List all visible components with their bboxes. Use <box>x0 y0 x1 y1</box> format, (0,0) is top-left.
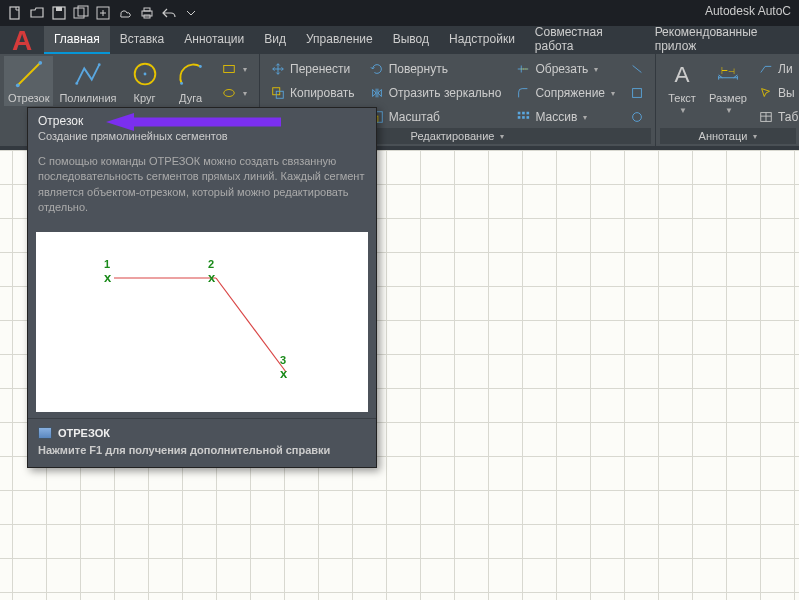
svg-rect-7 <box>144 8 150 11</box>
tooltip-diagram: 1x 2x 3x <box>36 232 368 412</box>
modify-extra2-button[interactable] <box>623 82 651 104</box>
svg-rect-26 <box>518 112 521 115</box>
circle-icon <box>129 58 161 90</box>
array-button[interactable]: Массив▾ <box>509 106 621 128</box>
app-icon[interactable] <box>94 4 112 22</box>
text-icon: A <box>666 58 698 90</box>
anno-extra3-label: Таб <box>778 110 798 124</box>
ext1-icon <box>629 61 645 77</box>
trim-icon <box>515 61 531 77</box>
chevron-down-icon: ▾ <box>753 132 757 141</box>
x-mark-icon: x <box>208 270 215 285</box>
svg-point-17 <box>199 65 202 68</box>
tooltip-hover: Отрезок Создание прямолинейных сегментов… <box>27 107 377 468</box>
svg-text:A: A <box>675 62 690 87</box>
fillet-label: Сопряжение <box>535 86 605 100</box>
tab-manage[interactable]: Управление <box>296 26 383 54</box>
select-icon <box>758 85 774 101</box>
svg-rect-28 <box>527 112 530 115</box>
mirror-button[interactable]: Отразить зеркально <box>363 82 508 104</box>
arc-label: Дуга <box>179 92 202 104</box>
polyline-label: Полилиния <box>59 92 116 104</box>
tab-insert[interactable]: Вставка <box>110 26 175 54</box>
copy-button[interactable]: Копировать <box>264 82 361 104</box>
tab-collab[interactable]: Совместная работа <box>525 26 645 54</box>
leader-icon <box>758 61 774 77</box>
rotate-icon <box>369 61 385 77</box>
arc-icon <box>175 58 207 90</box>
x-mark-icon: x <box>104 270 111 285</box>
draw-extra1-button[interactable]: ▾ <box>215 58 253 80</box>
anno-extra1-button[interactable]: Ли <box>752 58 799 80</box>
fillet-button[interactable]: Сопряжение▾ <box>509 82 621 104</box>
chevron-down-icon: ▾ <box>611 89 615 98</box>
mirror-label: Отразить зеркально <box>389 86 502 100</box>
trim-button[interactable]: Обрезать▾ <box>509 58 621 80</box>
app-logo-icon[interactable]: A <box>4 26 40 56</box>
tooltip-body: С помощью команды ОТРЕЗОК можно создать … <box>28 150 376 226</box>
modify-extra3-button[interactable] <box>623 106 651 128</box>
line-label: Отрезок <box>8 92 49 104</box>
open-icon[interactable] <box>28 4 46 22</box>
command-icon <box>38 427 52 439</box>
move-button[interactable]: Перенести <box>264 58 361 80</box>
tab-output[interactable]: Вывод <box>383 26 439 54</box>
ext3-icon <box>629 109 645 125</box>
scale-label: Масштаб <box>389 110 440 124</box>
modify-extra1-button[interactable] <box>623 58 651 80</box>
annotation-panel-label[interactable]: Аннотаци▾ <box>660 128 796 144</box>
new-icon[interactable] <box>6 4 24 22</box>
save-icon[interactable] <box>50 4 68 22</box>
ellipse-icon <box>221 85 237 101</box>
chevron-down-icon: ▼ <box>679 106 687 115</box>
x-mark-icon: x <box>280 366 287 381</box>
line-button[interactable]: Отрезок <box>4 56 53 106</box>
table-icon <box>758 109 774 125</box>
ext2-icon <box>629 85 645 101</box>
copy-icon <box>270 85 286 101</box>
dimension-button[interactable]: ⊢⊣ Размер▼ <box>706 56 750 117</box>
svg-point-11 <box>38 61 42 65</box>
rotate-button[interactable]: Повернуть <box>363 58 508 80</box>
anno-extra3-button[interactable]: Таб <box>752 106 799 128</box>
anno-extra2-button[interactable]: Вы <box>752 82 799 104</box>
scale-button[interactable]: Масштаб <box>363 106 508 128</box>
saveas-icon[interactable] <box>72 4 90 22</box>
chevron-down-icon: ▼ <box>725 106 733 115</box>
tooltip-help: Нажмите F1 для получения дополнительной … <box>38 443 366 457</box>
move-label: Перенести <box>290 62 350 76</box>
mirror-icon <box>369 85 385 101</box>
text-button[interactable]: A Текст▼ <box>660 56 704 117</box>
tab-featured[interactable]: Рекомендованные прилож <box>645 26 799 54</box>
tab-annotate[interactable]: Аннотации <box>174 26 254 54</box>
svg-point-15 <box>143 73 146 76</box>
move-icon <box>270 61 286 77</box>
annotation-arrow-icon <box>106 113 281 135</box>
line-icon <box>13 58 45 90</box>
copy-label: Копировать <box>290 86 355 100</box>
chevron-down-icon: ▾ <box>583 113 587 122</box>
svg-text:⊢⊣: ⊢⊣ <box>721 66 735 76</box>
array-label: Массив <box>535 110 577 124</box>
qat-dropdown-icon[interactable] <box>182 4 200 22</box>
svg-rect-27 <box>523 112 526 115</box>
svg-rect-29 <box>518 116 521 119</box>
chevron-down-icon: ▾ <box>243 65 247 74</box>
pt3-label: 3 <box>280 354 287 366</box>
svg-point-12 <box>75 82 78 85</box>
undo-icon[interactable] <box>160 4 178 22</box>
draw-extra2-button[interactable]: ▾ <box>215 82 253 104</box>
dimension-icon: ⊢⊣ <box>712 58 744 90</box>
tab-addins[interactable]: Надстройки <box>439 26 525 54</box>
tab-home[interactable]: Главная <box>44 26 110 54</box>
svg-rect-30 <box>523 116 526 119</box>
print-icon[interactable] <box>138 4 156 22</box>
rect-icon <box>221 61 237 77</box>
quick-access-toolbar <box>0 0 799 26</box>
tab-view[interactable]: Вид <box>254 26 296 54</box>
app-title: Autodesk AutoC <box>705 4 791 18</box>
pt1-label: 1 <box>104 258 111 270</box>
cloud-icon[interactable] <box>116 4 134 22</box>
svg-point-33 <box>633 113 642 122</box>
ribbon-tabs: Главная Вставка Аннотации Вид Управление… <box>0 26 799 54</box>
